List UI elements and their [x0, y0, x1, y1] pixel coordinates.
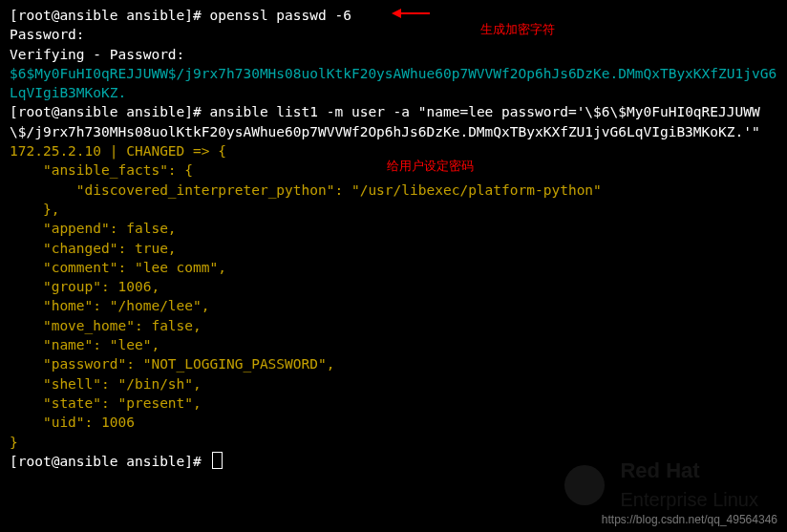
json-line: }, — [10, 202, 59, 217]
shell-prompt-3: [root@ansible ansible]# — [10, 454, 202, 469]
json-line: "discovered_interpreter_python": "/usr/l… — [10, 182, 602, 198]
command-1: openssl passwd -6 — [210, 8, 351, 23]
json-line: "uid": 1006 — [10, 415, 135, 430]
password-prompt: Password: — [10, 27, 85, 42]
redhat-logo-icon — [564, 465, 605, 505]
json-line: "changed": true, — [10, 241, 177, 256]
json-line: "shell": "/bin/sh", — [10, 376, 202, 392]
json-line: "move_home": false, — [10, 318, 202, 333]
json-line: "home": "/home/lee", — [10, 298, 210, 313]
shell-prompt-2: [root@ansible ansible]# — [10, 104, 202, 119]
terminal-output[interactable]: [root@ansible ansible]# openssl passwd -… — [10, 6, 777, 471]
shell-prompt: [root@ansible ansible]# — [10, 8, 202, 23]
svg-marker-1 — [392, 9, 401, 18]
json-line: "password": "NOT_LOGGING_PASSWORD", — [10, 356, 334, 372]
json-line: "state": "present", — [10, 395, 202, 411]
footer-url: https://blog.csdn.net/qq_49564346 — [602, 512, 777, 528]
arrow-icon — [392, 8, 430, 17]
ansible-result-header: 172.25.2.10 | CHANGED => { — [10, 143, 226, 159]
json-line: "name": "lee", — [10, 337, 160, 352]
json-line: "comment": "lee comm", — [10, 260, 226, 275]
redhat-watermark: Red Hat Enterprise Linux — [564, 457, 758, 513]
annotation-1: 生成加密字符 — [480, 21, 555, 38]
watermark-line2: Enterprise Linux — [620, 489, 758, 510]
watermark-line1: Red Hat — [620, 458, 699, 482]
json-line: "append": false, — [10, 221, 177, 236]
hash-output: $6$My0FuHI0qREJJUWW$/j9rx7h730MHs08uolKt… — [10, 66, 776, 100]
annotation-2: 给用户设定密码 — [387, 158, 474, 175]
json-line: "ansible_facts": { — [10, 162, 193, 178]
cursor-block — [212, 452, 223, 469]
json-line: } — [10, 435, 18, 450]
json-line: "group": 1006, — [10, 279, 160, 294]
verify-prompt: Verifying - Password: — [10, 47, 184, 62]
